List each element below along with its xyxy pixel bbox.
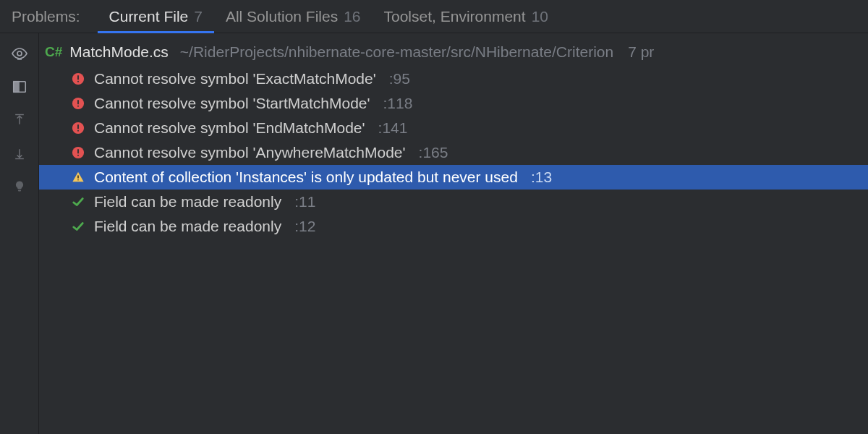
problem-line: :95 (389, 70, 410, 88)
problem-line: :11 (294, 193, 315, 210)
file-name: MatchMode.cs (69, 43, 169, 61)
problem-line: :12 (294, 218, 315, 235)
svg-rect-9 (77, 106, 79, 107)
problem-row[interactable]: Content of collection 'Instances' is onl… (39, 165, 868, 190)
problem-row[interactable]: Cannot resolve symbol 'StartMatchMode' :… (68, 91, 868, 116)
problem-row[interactable]: Field can be made readonly :12 (68, 214, 868, 239)
svg-rect-5 (77, 75, 79, 80)
tabbar-label: Problems: (12, 8, 80, 25)
problem-message: Cannot resolve symbol 'EndMatchMode' (94, 119, 365, 137)
problem-message: Field can be made readonly (94, 218, 281, 235)
problem-line: :165 (419, 144, 448, 161)
problem-line: :141 (378, 119, 408, 137)
svg-rect-17 (77, 179, 79, 181)
problem-message: Cannot resolve symbol 'ExactMatchMode' (94, 70, 376, 88)
problem-message: Cannot resolve symbol 'AnywhereMatchMode… (94, 144, 406, 161)
problem-line: :13 (531, 169, 552, 186)
file-header[interactable]: C# MatchMode.cs ~/RiderProjects/nhiberna… (39, 33, 868, 67)
warning-icon (71, 170, 85, 184)
expand-icon[interactable] (11, 111, 28, 129)
layout-icon[interactable] (11, 78, 28, 95)
file-path: ~/RiderProjects/nhibernate-core-master/s… (180, 43, 613, 61)
svg-rect-14 (77, 149, 79, 153)
gutter (0, 33, 39, 434)
check-icon (71, 195, 85, 209)
collapse-icon[interactable] (11, 145, 28, 162)
bulb-icon[interactable] (11, 178, 28, 195)
tab-count: 7 (194, 8, 203, 25)
eye-icon[interactable] (11, 45, 28, 62)
problem-row[interactable]: Cannot resolve symbol 'ExactMatchMode' :… (68, 67, 868, 91)
csharp-badge: C# (45, 44, 62, 60)
tab-current-file[interactable]: Current File 7 (98, 0, 214, 33)
svg-rect-6 (77, 81, 79, 82)
svg-rect-15 (77, 155, 79, 156)
problem-row[interactable]: Field can be made readonly :11 (68, 190, 868, 214)
error-icon (71, 145, 85, 160)
tab-count: 10 (532, 8, 548, 25)
error-icon (71, 96, 85, 111)
problem-line: :118 (383, 95, 413, 112)
check-icon (71, 219, 85, 234)
problems-panel: C# MatchMode.cs ~/RiderProjects/nhiberna… (39, 33, 868, 434)
tab-toolset-environment[interactable]: Toolset, Environment 10 (373, 0, 560, 33)
problems-list: Cannot resolve symbol 'ExactMatchMode' :… (39, 67, 868, 239)
problems-tabbar: Problems: Current File 7 All Solution Fi… (0, 0, 868, 33)
problem-row[interactable]: Cannot resolve symbol 'AnywhereMatchMode… (68, 140, 868, 165)
error-icon (71, 72, 85, 86)
file-problem-count: 7 pr (628, 43, 654, 61)
tab-label: All Solution Files (226, 8, 338, 25)
problem-message: Content of collection 'Instances' is onl… (94, 169, 518, 186)
problem-message: Cannot resolve symbol 'StartMatchMode' (94, 95, 370, 112)
tab-label: Current File (109, 8, 189, 25)
svg-rect-16 (77, 175, 79, 179)
tab-count: 16 (344, 8, 360, 25)
svg-rect-12 (77, 130, 79, 132)
svg-point-0 (17, 51, 22, 56)
svg-rect-2 (13, 82, 18, 93)
svg-rect-8 (77, 100, 79, 104)
tab-label: Toolset, Environment (384, 8, 526, 25)
problem-message: Field can be made readonly (94, 193, 281, 210)
tab-all-solution-files[interactable]: All Solution Files 16 (214, 0, 373, 33)
svg-rect-11 (77, 124, 79, 129)
svg-rect-3 (17, 190, 20, 192)
error-icon (71, 121, 85, 135)
problem-row[interactable]: Cannot resolve symbol 'EndMatchMode' :14… (68, 116, 868, 140)
